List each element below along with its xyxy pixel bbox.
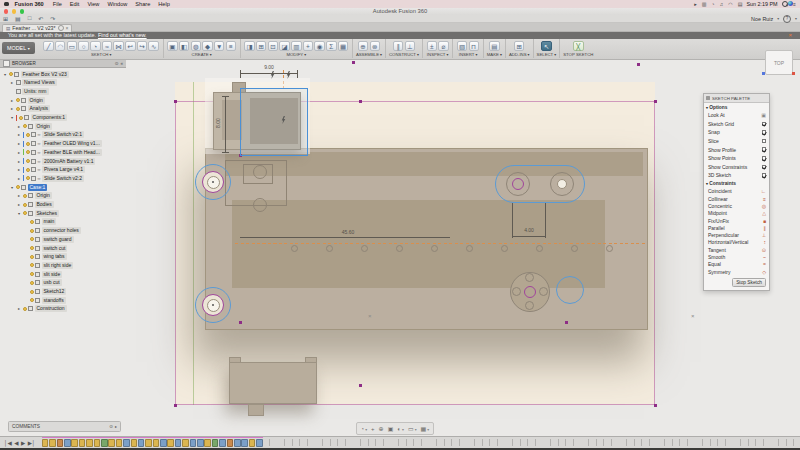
palette-option-checkbox[interactable] — [762, 147, 767, 152]
dim-line-offset[interactable] — [512, 236, 545, 237]
sketch-tool-icon-5[interactable]: ≈ — [102, 41, 113, 52]
timeline-feature-marker[interactable] — [49, 439, 56, 448]
tree-row-slide-switch-v2-1[interactable]: ▸∞Slide Switch v2:1 — [17, 131, 84, 139]
palette-option-checkbox[interactable] — [762, 156, 767, 161]
timeline-feature-marker[interactable] — [79, 439, 86, 448]
dim-line-height[interactable] — [225, 96, 226, 152]
timeline-feature-marker[interactable] — [94, 439, 101, 448]
palette-option-snap[interactable]: Snap — [704, 128, 769, 137]
palette-option-checkbox[interactable] — [762, 130, 767, 135]
sketch-point[interactable] — [654, 100, 657, 103]
visibility-bulb-icon[interactable] — [30, 290, 34, 294]
toolbar-group-label[interactable]: ASSEMBLE — [356, 52, 382, 57]
tree-expander-icon[interactable]: ▸ — [10, 80, 14, 85]
create-tool-icon-2[interactable]: ◍ — [191, 41, 202, 52]
user-account-menu[interactable]: Noe Ruiz — [751, 16, 773, 22]
tree-expander-icon[interactable]: ▸ — [10, 98, 14, 103]
timeline-feature-marker[interactable] — [249, 439, 256, 448]
tree-row-usb-cut[interactable]: usb cut — [24, 279, 62, 287]
menu-item-share[interactable]: Share — [135, 1, 150, 7]
palette-option-checkbox[interactable] — [762, 122, 767, 127]
dim-label-offset[interactable]: 4.00 — [511, 227, 547, 233]
palette-option-slice[interactable]: Slice — [704, 137, 769, 146]
toolbar-group-label[interactable]: ADD-INS — [509, 52, 530, 57]
constraint-midpoint[interactable]: Midpoint△ — [704, 210, 769, 217]
modify-tool-icon-2[interactable]: ⊡ — [268, 41, 279, 52]
view-cube[interactable]: TOP — [765, 50, 793, 75]
toolbar-group-label[interactable]: MAKE — [487, 52, 502, 57]
inspect-tool-icon-0[interactable]: ± — [427, 41, 438, 52]
orbit-icon[interactable]: ◔ ▾ — [359, 426, 369, 432]
tree-row-main[interactable]: main — [24, 218, 56, 226]
rib-hole-circle[interactable] — [291, 245, 298, 252]
timeline-feature-marker[interactable] — [71, 439, 78, 448]
dim-label-width[interactable]: 9.00 — [252, 64, 286, 70]
visibility-bulb-icon[interactable] — [26, 168, 30, 172]
sketch-tool-icon-3[interactable]: ○ — [78, 41, 89, 52]
help-button[interactable]: ? — [783, 15, 791, 23]
timeline-feature-marker[interactable] — [241, 439, 248, 448]
tree-row-pivera-large-v4-1[interactable]: ▸∞Pivera Large v4:1 — [17, 166, 85, 174]
visibility-bulb-icon[interactable] — [16, 185, 20, 189]
layout-icon[interactable]: ▭ ▾ — [406, 425, 418, 432]
toolbar-group-label[interactable]: INSERT — [459, 52, 478, 57]
timeline-feature-marker[interactable] — [108, 439, 115, 448]
menu-item-edit[interactable]: Edit — [70, 1, 80, 7]
palette-option-look-at[interactable]: Look At▣ — [704, 111, 769, 120]
timeline-feature-marker[interactable] — [131, 439, 138, 448]
sketch-point[interactable] — [359, 100, 362, 103]
visibility-bulb-icon[interactable] — [26, 176, 30, 180]
timeline-feature-marker[interactable] — [182, 439, 189, 448]
browser-panel-header[interactable]: BROWSER ⊙ « — [0, 60, 126, 68]
constraint-concentric[interactable]: Concentric◎ — [704, 202, 769, 209]
constraint-horizontal-vertical[interactable]: Horizontal/Vertical↕ — [704, 239, 769, 246]
create-tool-icon-4[interactable]: ▼ — [214, 41, 225, 52]
tree-row-sketch12[interactable]: Sketch12 — [24, 288, 66, 296]
usb-bracket-body[interactable] — [229, 362, 317, 404]
sketch-tool-icon-9[interactable]: ∿ — [148, 41, 159, 52]
status-icon-5[interactable]: ▤ — [738, 1, 743, 7]
timeline-feature-marker[interactable] — [204, 439, 211, 448]
visibility-bulb-icon[interactable] — [30, 263, 34, 267]
rib-hole-circle[interactable] — [571, 245, 578, 252]
palette-option-show-constraints[interactable]: Show Constraints — [704, 163, 769, 172]
visibility-bulb-icon[interactable] — [23, 194, 27, 198]
timeline-feature-marker[interactable] — [167, 439, 174, 448]
visibility-bulb-icon[interactable] — [30, 220, 34, 224]
tree-row-2000mah-battery-v1-1[interactable]: ▸∞2000mAh Battery v1:1 — [17, 157, 95, 165]
dim-label-length[interactable]: 45.60 — [330, 229, 366, 235]
visibility-bulb-icon[interactable] — [19, 116, 23, 120]
sketch-point[interactable] — [352, 61, 355, 64]
modify-tool-icon-7[interactable]: Σ — [326, 41, 337, 52]
browser-gear-icon[interactable]: ⊙ — [115, 61, 119, 66]
sketch-tool-icon-8[interactable]: ↪ — [137, 41, 148, 52]
tree-expander-icon[interactable]: ▸ — [17, 141, 21, 146]
palette-constraints-header[interactable]: ▾ Constraints — [704, 180, 769, 188]
construct-tool-icon-0[interactable]: ∥ — [393, 41, 404, 52]
timeline-control-2[interactable]: ▶ — [21, 440, 25, 446]
dim-label-height[interactable]: 8.00 — [215, 111, 221, 135]
apple-icon[interactable] — [4, 2, 9, 7]
tree-expander-icon[interactable]: ▾ — [10, 185, 14, 190]
tree-row-origin[interactable]: ▸Origin — [17, 192, 52, 200]
menu-item-file[interactable]: File — [53, 1, 62, 7]
palette-options-header[interactable]: ▾ Options — [704, 103, 769, 111]
look-at-icon[interactable]: ▣ — [761, 112, 766, 118]
footprint-hole[interactable] — [253, 198, 267, 212]
dim-line-width[interactable] — [240, 73, 297, 74]
timeline-ruler[interactable] — [269, 439, 796, 446]
comments-bar[interactable]: COMMENTS ⊙ ▸ — [8, 421, 121, 432]
tree-expander-icon[interactable]: ▸ — [17, 193, 21, 198]
sketch-tool-icon-7[interactable]: ↩ — [125, 41, 136, 52]
sketch-point[interactable] — [654, 404, 657, 407]
assemble-tool-icon-1[interactable]: ⊗ — [370, 41, 381, 52]
visibility-bulb-icon[interactable] — [26, 133, 30, 137]
sketch-tool-icon-2[interactable]: ▭ — [67, 41, 78, 52]
timeline-feature-marker[interactable] — [197, 439, 204, 448]
tree-expander-icon[interactable]: ▸ — [17, 159, 21, 164]
timeline-feature-marker[interactable] — [116, 439, 123, 448]
timeline-feature-marker[interactable] — [64, 439, 71, 448]
tree-row-wing-tabs[interactable]: wing tabs — [24, 253, 67, 261]
workspace-selector[interactable]: MODEL ▾ — [2, 42, 35, 54]
tree-row-origin[interactable]: ▸Origin — [17, 122, 52, 130]
